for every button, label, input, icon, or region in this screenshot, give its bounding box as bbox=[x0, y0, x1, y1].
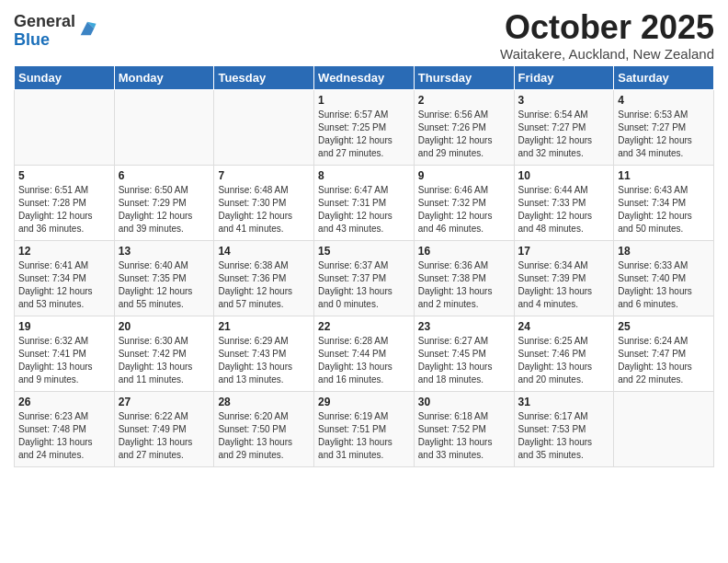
day-info: Sunrise: 6:37 AM Sunset: 7:37 PM Dayligh… bbox=[318, 259, 410, 311]
day-number: 5 bbox=[18, 169, 110, 182]
day-info: Sunrise: 6:17 AM Sunset: 7:53 PM Dayligh… bbox=[518, 410, 610, 462]
day-info: Sunrise: 6:19 AM Sunset: 7:51 PM Dayligh… bbox=[318, 410, 410, 462]
day-number: 27 bbox=[119, 396, 210, 408]
day-number: 25 bbox=[618, 320, 710, 333]
day-cell: 5Sunrise: 6:51 AM Sunset: 7:28 PM Daylig… bbox=[15, 165, 115, 240]
subtitle: Waitakere, Auckland, New Zealand bbox=[500, 46, 714, 62]
day-number: 11 bbox=[618, 169, 710, 182]
day-info: Sunrise: 6:43 AM Sunset: 7:34 PM Dayligh… bbox=[618, 184, 710, 236]
day-number: 21 bbox=[218, 320, 310, 333]
day-number: 29 bbox=[318, 396, 410, 408]
day-number: 7 bbox=[218, 169, 310, 182]
logo: General Blue bbox=[14, 13, 97, 50]
day-number: 20 bbox=[119, 320, 210, 333]
week-row-3: 19Sunrise: 6:32 AM Sunset: 7:41 PM Dayli… bbox=[15, 316, 714, 391]
day-cell: 14Sunrise: 6:38 AM Sunset: 7:36 PM Dayli… bbox=[214, 240, 314, 316]
day-info: Sunrise: 6:41 AM Sunset: 7:34 PM Dayligh… bbox=[18, 259, 110, 311]
day-number: 4 bbox=[618, 94, 710, 107]
day-info: Sunrise: 6:44 AM Sunset: 7:33 PM Dayligh… bbox=[518, 184, 610, 236]
header-row: Sunday Monday Tuesday Wednesday Thursday… bbox=[15, 65, 714, 89]
day-cell: 12Sunrise: 6:41 AM Sunset: 7:34 PM Dayli… bbox=[15, 240, 115, 316]
day-number: 31 bbox=[518, 396, 610, 408]
week-row-1: 5Sunrise: 6:51 AM Sunset: 7:28 PM Daylig… bbox=[15, 165, 714, 240]
day-info: Sunrise: 6:50 AM Sunset: 7:29 PM Dayligh… bbox=[119, 184, 210, 236]
title-block: October 2025 Waitakere, Auckland, New Ze… bbox=[500, 9, 714, 62]
day-info: Sunrise: 6:27 AM Sunset: 7:45 PM Dayligh… bbox=[418, 335, 510, 386]
day-number: 14 bbox=[218, 245, 310, 258]
day-cell: 16Sunrise: 6:36 AM Sunset: 7:38 PM Dayli… bbox=[414, 240, 514, 316]
day-cell: 10Sunrise: 6:44 AM Sunset: 7:33 PM Dayli… bbox=[514, 165, 614, 240]
day-number: 18 bbox=[618, 245, 710, 258]
day-cell: 2Sunrise: 6:56 AM Sunset: 7:26 PM Daylig… bbox=[414, 89, 514, 165]
logo-general: General bbox=[14, 13, 75, 31]
day-number: 8 bbox=[318, 169, 410, 182]
day-info: Sunrise: 6:22 AM Sunset: 7:49 PM Dayligh… bbox=[119, 410, 210, 462]
day-info: Sunrise: 6:48 AM Sunset: 7:30 PM Dayligh… bbox=[218, 184, 310, 236]
day-number: 16 bbox=[418, 245, 510, 258]
day-cell: 26Sunrise: 6:23 AM Sunset: 7:48 PM Dayli… bbox=[15, 391, 115, 466]
day-number: 12 bbox=[18, 245, 110, 258]
main-container: General Blue October 2025 Waitakere, Auc… bbox=[0, 0, 728, 477]
day-cell: 11Sunrise: 6:43 AM Sunset: 7:34 PM Dayli… bbox=[614, 165, 714, 240]
day-info: Sunrise: 6:53 AM Sunset: 7:27 PM Dayligh… bbox=[618, 109, 710, 160]
day-number: 19 bbox=[18, 320, 110, 333]
day-number: 2 bbox=[418, 94, 510, 107]
day-cell: 24Sunrise: 6:25 AM Sunset: 7:46 PM Dayli… bbox=[514, 316, 614, 391]
calendar-table: Sunday Monday Tuesday Wednesday Thursday… bbox=[14, 65, 714, 467]
day-number: 23 bbox=[418, 320, 510, 333]
logo-text: General Blue bbox=[14, 13, 75, 50]
day-info: Sunrise: 6:46 AM Sunset: 7:32 PM Dayligh… bbox=[418, 184, 510, 236]
day-number: 1 bbox=[318, 94, 410, 107]
day-cell: 3Sunrise: 6:54 AM Sunset: 7:27 PM Daylig… bbox=[514, 89, 614, 165]
day-cell: 1Sunrise: 6:57 AM Sunset: 7:25 PM Daylig… bbox=[314, 89, 415, 165]
day-number: 26 bbox=[18, 396, 110, 408]
day-number: 24 bbox=[518, 320, 610, 333]
day-number: 15 bbox=[318, 245, 410, 258]
day-cell: 7Sunrise: 6:48 AM Sunset: 7:30 PM Daylig… bbox=[214, 165, 314, 240]
day-info: Sunrise: 6:29 AM Sunset: 7:43 PM Dayligh… bbox=[218, 335, 310, 386]
day-info: Sunrise: 6:40 AM Sunset: 7:35 PM Dayligh… bbox=[119, 259, 210, 311]
logo-icon bbox=[77, 18, 97, 39]
day-cell: 30Sunrise: 6:18 AM Sunset: 7:52 PM Dayli… bbox=[414, 391, 514, 466]
day-cell: 4Sunrise: 6:53 AM Sunset: 7:27 PM Daylig… bbox=[614, 89, 714, 165]
day-cell bbox=[15, 89, 115, 165]
day-cell: 17Sunrise: 6:34 AM Sunset: 7:39 PM Dayli… bbox=[514, 240, 614, 316]
header: General Blue October 2025 Waitakere, Auc… bbox=[14, 9, 714, 62]
day-cell: 13Sunrise: 6:40 AM Sunset: 7:35 PM Dayli… bbox=[114, 240, 214, 316]
day-number: 9 bbox=[418, 169, 510, 182]
day-info: Sunrise: 6:25 AM Sunset: 7:46 PM Dayligh… bbox=[518, 335, 610, 386]
day-number: 10 bbox=[518, 169, 610, 182]
day-info: Sunrise: 6:23 AM Sunset: 7:48 PM Dayligh… bbox=[18, 410, 110, 462]
col-sunday: Sunday bbox=[15, 65, 115, 89]
day-number: 30 bbox=[418, 396, 510, 408]
col-tuesday: Tuesday bbox=[214, 65, 314, 89]
day-cell: 8Sunrise: 6:47 AM Sunset: 7:31 PM Daylig… bbox=[314, 165, 415, 240]
day-cell: 18Sunrise: 6:33 AM Sunset: 7:40 PM Dayli… bbox=[614, 240, 714, 316]
day-cell: 22Sunrise: 6:28 AM Sunset: 7:44 PM Dayli… bbox=[314, 316, 415, 391]
week-row-2: 12Sunrise: 6:41 AM Sunset: 7:34 PM Dayli… bbox=[15, 240, 714, 316]
day-info: Sunrise: 6:33 AM Sunset: 7:40 PM Dayligh… bbox=[618, 259, 710, 311]
day-info: Sunrise: 6:54 AM Sunset: 7:27 PM Dayligh… bbox=[518, 109, 610, 160]
week-row-0: 1Sunrise: 6:57 AM Sunset: 7:25 PM Daylig… bbox=[15, 89, 714, 165]
day-cell bbox=[214, 89, 314, 165]
month-title: October 2025 bbox=[500, 9, 714, 46]
day-info: Sunrise: 6:51 AM Sunset: 7:28 PM Dayligh… bbox=[18, 184, 110, 236]
day-info: Sunrise: 6:47 AM Sunset: 7:31 PM Dayligh… bbox=[318, 184, 410, 236]
calendar-header: Sunday Monday Tuesday Wednesday Thursday… bbox=[15, 65, 714, 89]
day-cell: 19Sunrise: 6:32 AM Sunset: 7:41 PM Dayli… bbox=[15, 316, 115, 391]
day-cell: 6Sunrise: 6:50 AM Sunset: 7:29 PM Daylig… bbox=[114, 165, 214, 240]
day-info: Sunrise: 6:36 AM Sunset: 7:38 PM Dayligh… bbox=[418, 259, 510, 311]
day-number: 28 bbox=[218, 396, 310, 408]
day-info: Sunrise: 6:30 AM Sunset: 7:42 PM Dayligh… bbox=[119, 335, 210, 386]
day-cell bbox=[114, 89, 214, 165]
day-info: Sunrise: 6:18 AM Sunset: 7:52 PM Dayligh… bbox=[418, 410, 510, 462]
day-cell bbox=[614, 391, 714, 466]
day-info: Sunrise: 6:57 AM Sunset: 7:25 PM Dayligh… bbox=[318, 109, 410, 160]
day-cell: 20Sunrise: 6:30 AM Sunset: 7:42 PM Dayli… bbox=[114, 316, 214, 391]
calendar-body: 1Sunrise: 6:57 AM Sunset: 7:25 PM Daylig… bbox=[15, 89, 714, 466]
day-cell: 25Sunrise: 6:24 AM Sunset: 7:47 PM Dayli… bbox=[614, 316, 714, 391]
col-thursday: Thursday bbox=[414, 65, 514, 89]
day-cell: 28Sunrise: 6:20 AM Sunset: 7:50 PM Dayli… bbox=[214, 391, 314, 466]
day-number: 13 bbox=[119, 245, 210, 258]
day-number: 17 bbox=[518, 245, 610, 258]
